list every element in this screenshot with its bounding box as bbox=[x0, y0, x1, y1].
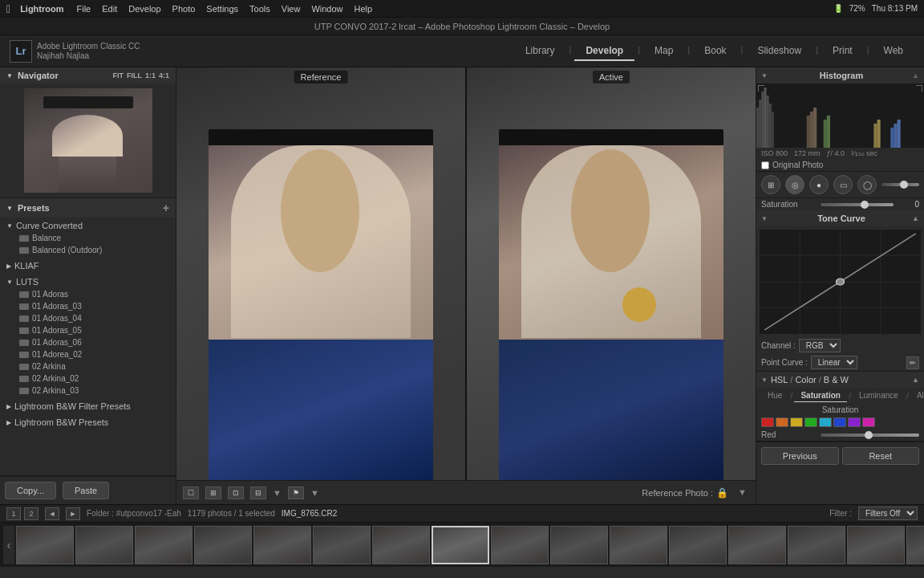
lock-icon[interactable]: 🔒 bbox=[716, 487, 728, 499]
tab-web[interactable]: Web bbox=[873, 42, 914, 61]
preset-balance[interactable]: Balance bbox=[0, 232, 176, 244]
swatch-purple[interactable] bbox=[848, 417, 861, 427]
film-thumb-4[interactable] bbox=[194, 526, 252, 564]
preset-group-bwpresets-header[interactable]: ▶ Lightroom B&W Presets bbox=[0, 416, 176, 429]
view-mode-single-icon[interactable]: ☐ bbox=[183, 486, 199, 499]
apple-menu[interactable]:  bbox=[6, 2, 10, 15]
channel-select[interactable]: RGB bbox=[799, 339, 841, 352]
menu-file[interactable]: File bbox=[77, 4, 91, 14]
tab-book[interactable]: Book bbox=[693, 42, 737, 61]
histogram-header[interactable]: ▼ Histogram ▲ bbox=[756, 67, 924, 83]
view-filmstrip-button[interactable]: 2 bbox=[24, 507, 38, 520]
preset-02-arkina[interactable]: 02 Arkina bbox=[0, 360, 176, 372]
presets-header[interactable]: ▼ Presets + bbox=[0, 198, 176, 218]
filmstrip-prev[interactable]: ‹ bbox=[3, 526, 14, 564]
red-saturation-slider[interactable] bbox=[821, 434, 919, 437]
preset-group-kliaf-header[interactable]: ▶ KLIAF bbox=[0, 259, 176, 272]
swatch-magenta[interactable] bbox=[862, 417, 875, 427]
tab-luminance[interactable]: Luminance bbox=[853, 389, 905, 402]
reset-button[interactable]: Reset bbox=[842, 447, 920, 465]
hsl-toggle[interactable]: ▲ bbox=[912, 376, 919, 384]
film-thumb-8[interactable] bbox=[432, 526, 489, 564]
view-grid-button[interactable]: 1 bbox=[6, 507, 21, 520]
preset-02-arkina-03[interactable]: 02 Arkina_03 bbox=[0, 385, 176, 397]
original-photo-checkbox[interactable] bbox=[761, 161, 769, 169]
film-thumb-15[interactable] bbox=[847, 526, 905, 564]
film-thumb-1[interactable] bbox=[16, 526, 74, 564]
tone-curve-canvas[interactable] bbox=[760, 230, 921, 334]
spot-removal-tool[interactable]: ◎ bbox=[785, 175, 804, 194]
tab-library[interactable]: Library bbox=[514, 42, 566, 61]
swatch-yellow[interactable] bbox=[790, 417, 803, 427]
tone-curve-toggle[interactable]: ▲ bbox=[912, 214, 919, 222]
swatch-blue[interactable] bbox=[833, 417, 846, 427]
toolbar-expand-icon[interactable]: ▼ bbox=[738, 487, 749, 499]
swatch-green[interactable] bbox=[804, 417, 817, 427]
preset-01-adoras-03[interactable]: 01 Adoras_03 bbox=[0, 300, 176, 312]
film-thumb-5[interactable] bbox=[253, 526, 311, 564]
tab-print[interactable]: Print bbox=[821, 42, 864, 61]
menu-photo[interactable]: Photo bbox=[172, 4, 196, 14]
radial-filter-tool[interactable]: ◯ bbox=[857, 175, 877, 194]
menu-view[interactable]: View bbox=[282, 4, 301, 14]
view-sort-icon[interactable]: ⊟ bbox=[250, 486, 266, 499]
graduated-filter-tool[interactable]: ▭ bbox=[833, 175, 853, 194]
tab-all[interactable]: All bbox=[910, 389, 924, 402]
menu-settings[interactable]: Settings bbox=[206, 4, 238, 14]
menu-window[interactable]: Window bbox=[311, 4, 342, 14]
film-thumb-12[interactable] bbox=[669, 526, 727, 564]
preset-01-adoras-05[interactable]: 01 Adoras_05 bbox=[0, 324, 176, 336]
toolbar-flag-dropdown[interactable]: ▼ bbox=[310, 488, 319, 498]
menu-develop[interactable]: Develop bbox=[128, 4, 160, 14]
view-compare-icon[interactable]: ⊡ bbox=[228, 486, 244, 499]
previous-button[interactable]: Previous bbox=[761, 447, 839, 465]
point-curve-select[interactable]: Linear bbox=[811, 356, 857, 369]
film-thumb-10[interactable] bbox=[550, 526, 608, 564]
copy-button[interactable]: Copy... bbox=[5, 482, 56, 499]
preset-balanced-outdoor[interactable]: Balanced (Outdoor) bbox=[0, 244, 176, 256]
tab-hue[interactable]: Hue bbox=[761, 389, 788, 402]
film-thumb-7[interactable] bbox=[372, 526, 430, 564]
film-thumb-14[interactable] bbox=[788, 526, 845, 564]
tone-curve-header[interactable]: ▼ Tone Curve ▲ bbox=[756, 210, 924, 226]
nav-1to1[interactable]: 1:1 bbox=[145, 71, 156, 79]
crop-tool[interactable]: ⊞ bbox=[761, 175, 780, 194]
saturation-slider[interactable] bbox=[821, 203, 894, 206]
preset-01-adorea-02[interactable]: 01 Adorea_02 bbox=[0, 348, 176, 360]
hsl-header[interactable]: ▼ HSL / Color / B & W ▲ bbox=[756, 372, 924, 388]
menu-edit[interactable]: Edit bbox=[102, 4, 117, 14]
preset-group-bwfilter-header[interactable]: ▶ Lightroom B&W Filter Presets bbox=[0, 400, 176, 413]
preset-02-arkina-02[interactable]: 02 Arkina_02 bbox=[0, 372, 176, 385]
nav-prev-button[interactable]: ◄ bbox=[45, 507, 59, 520]
navigator-preview[interactable] bbox=[0, 83, 176, 197]
tab-develop[interactable]: Develop bbox=[574, 42, 634, 61]
preset-01-adoras-06[interactable]: 01 Adoras_06 bbox=[0, 336, 176, 348]
preset-group-luts-header[interactable]: ▼ LUTS bbox=[0, 275, 176, 288]
swatch-orange[interactable] bbox=[776, 417, 788, 427]
film-thumb-16[interactable] bbox=[906, 526, 924, 564]
nav-4to1[interactable]: 4:1 bbox=[159, 71, 169, 79]
redeye-tool[interactable]: ● bbox=[809, 175, 829, 194]
navigator-thumbnail[interactable] bbox=[24, 88, 152, 193]
nav-fill[interactable]: FILL bbox=[127, 71, 142, 79]
menu-tools[interactable]: Tools bbox=[249, 4, 270, 14]
menu-help[interactable]: Help bbox=[355, 4, 373, 14]
paste-button[interactable]: Paste bbox=[63, 482, 109, 499]
swatch-aqua[interactable] bbox=[819, 417, 832, 427]
swatch-red[interactable] bbox=[761, 417, 774, 427]
film-thumb-6[interactable] bbox=[313, 526, 371, 564]
filter-select[interactable]: Filters Off bbox=[858, 507, 918, 520]
preset-01-adoras-04[interactable]: 01 Adoras_04 bbox=[0, 312, 176, 324]
tab-slideshow[interactable]: Slideshow bbox=[746, 42, 813, 61]
toolbar-dropdown-arrow[interactable]: ▼ bbox=[273, 488, 282, 498]
preset-01-adoras[interactable]: 01 Adoras bbox=[0, 288, 176, 300]
nav-fit[interactable]: FIT bbox=[112, 71, 124, 79]
add-preset-button[interactable]: + bbox=[163, 201, 169, 214]
tool-opacity-slider[interactable] bbox=[881, 183, 919, 186]
app-name[interactable]: Lightroom bbox=[20, 4, 63, 14]
pencil-button[interactable]: ✏ bbox=[906, 356, 919, 369]
film-thumb-11[interactable] bbox=[610, 526, 667, 564]
film-thumb-9[interactable] bbox=[491, 526, 549, 564]
film-thumb-2[interactable] bbox=[75, 526, 133, 564]
tab-saturation[interactable]: Saturation bbox=[794, 389, 846, 402]
